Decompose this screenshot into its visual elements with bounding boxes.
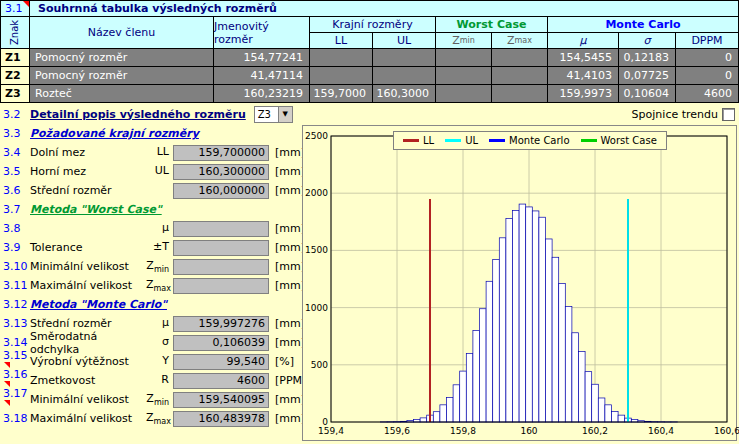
row-number: 3.10 (0, 260, 30, 273)
svg-text:1500: 1500 (305, 245, 328, 255)
row-number: 3.17 (0, 387, 30, 413)
value-field[interactable] (173, 240, 269, 256)
detail-field-row: 3.10 Minimální velikost Zmin [mm] (0, 257, 300, 276)
field-unit: [mm] (269, 260, 305, 273)
row-number: 3.8 (0, 222, 30, 235)
detail-header-row: 3.3 Požadované krajní rozměry (0, 124, 300, 143)
dppm-cell: 0 (676, 67, 739, 85)
field-label: Maximální velikost (30, 412, 146, 425)
value-field[interactable]: 160,300000 (173, 164, 269, 180)
value-field[interactable]: 4600 (173, 373, 269, 389)
col-header-monte-carlo: Monte Carlo (548, 17, 739, 33)
row-number: 3.4 (0, 146, 30, 159)
col-header-nominal: Jmenovitý rozměr (214, 17, 310, 49)
zmax-cell (492, 85, 548, 103)
legend-item-ul: UL (445, 135, 478, 146)
row-number: 3.18 (0, 412, 30, 425)
value-field[interactable]: 159,997276 (173, 316, 269, 332)
field-symbol: Y (146, 354, 173, 369)
field-symbol: Zmin (146, 392, 173, 407)
ul-cell (373, 67, 436, 85)
field-label: Horní mez (30, 165, 146, 178)
svg-text:2000: 2000 (305, 188, 328, 198)
detail-field-row: 3.5 Horní mez UL 160,300000 [mm] (0, 162, 300, 181)
chevron-down-icon[interactable]: ▼ (278, 107, 292, 122)
svg-text:160,2: 160,2 (582, 426, 608, 436)
field-symbol: LL (146, 145, 173, 160)
member-name-cell: Pomocný rozměr (30, 49, 214, 67)
field-label: Směrodatná odchylka (30, 330, 146, 356)
field-unit: [%] (269, 355, 294, 368)
value-field[interactable]: 160,000000 (173, 183, 269, 199)
detail-panel-title: Detailní popis výsledného rozměru (30, 108, 246, 121)
svg-text:2500: 2500 (305, 131, 328, 141)
summary-table-body: Z1 Pomocný rozměr 154,77241 154,5455 0,1… (1, 49, 739, 103)
svg-text:160,6: 160,6 (714, 426, 739, 436)
col-header-mu: μ (548, 33, 619, 49)
trend-checkbox[interactable] (722, 108, 735, 121)
value-field[interactable] (173, 221, 269, 237)
field-symbol: Zmin (146, 259, 173, 274)
field-symbol: σ (146, 335, 173, 350)
col-header-limits: Krajní rozměry (310, 17, 436, 33)
comment-marker (23, 1, 29, 7)
svg-text:1000: 1000 (305, 303, 328, 313)
field-unit: [mm] (269, 336, 305, 349)
value-field[interactable]: 99,540 (173, 354, 269, 370)
col-header-zmin: Zmin (436, 33, 492, 49)
ul-line-swatch (445, 139, 461, 142)
dimension-id-cell: Z1 (1, 49, 30, 67)
field-label: Minimální velikost (30, 260, 146, 273)
value-field[interactable] (173, 259, 269, 275)
trend-checkbox-label: Spojnice trendu (632, 108, 718, 121)
value-field[interactable]: 0,106039 (173, 335, 269, 351)
field-label: Tolerance (30, 241, 146, 254)
detail-field-row: 3.9 Tolerance ±T [mm] (0, 238, 300, 257)
field-label: Minimální velikost (30, 393, 146, 406)
comment-marker (4, 400, 10, 406)
field-unit: [mm] (269, 184, 305, 197)
detail-subsection-title: Metoda "Worst Case" (30, 203, 162, 216)
summary-table-title: Souhrnná tabulka výsledných rozměrů (30, 1, 739, 17)
row-number: 3.14 (0, 336, 30, 349)
detail-header-row: 3.12 Metoda "Monte Carlo" (0, 295, 300, 314)
field-symbol: R (146, 373, 173, 388)
field-unit: [mm] (269, 317, 305, 330)
detail-section-header: 3.2 Detailní popis výsledného rozměru Z3… (0, 104, 300, 124)
svg-text:159,6: 159,6 (384, 426, 410, 436)
detail-field-row: 3.11 Maximální velikost Zmax [mm] (0, 276, 300, 295)
ul-cell: 160,3000 (373, 85, 436, 103)
svg-text:159,8: 159,8 (450, 426, 476, 436)
histogram-plot: 05001000150020002500159,4159,6159,816016… (303, 126, 736, 440)
nominal-size-cell: 154,77241 (214, 49, 310, 67)
zmin-cell (436, 67, 492, 85)
field-symbol: ±T (146, 240, 173, 255)
summary-row: Z3 Rozteč 160,23219 159,7000 160,3000 15… (1, 85, 739, 103)
monte-carlo-swatch (489, 139, 505, 142)
member-name-cell: Pomocný rozměr (30, 67, 214, 85)
field-symbol: μ (146, 316, 173, 331)
ll-cell: 159,7000 (310, 85, 373, 103)
dppm-cell: 4600 (676, 85, 739, 103)
value-field[interactable] (173, 278, 269, 294)
zmin-cell (436, 85, 492, 103)
field-symbol: μ (146, 221, 173, 236)
dimension-selector[interactable]: Z3 ▼ (254, 106, 293, 123)
svg-text:159,4: 159,4 (318, 426, 344, 436)
legend-item-monte-carlo: Monte Carlo (489, 135, 569, 146)
col-header-name: Název členu (30, 17, 214, 49)
ll-cell (310, 67, 373, 85)
row-number: 3.3 (0, 127, 30, 140)
field-unit: [mm] (269, 279, 305, 292)
detail-rows: 3.3 Požadované krajní rozměry 3.4 Dolní … (0, 124, 300, 428)
field-label: Maximální velikost (30, 279, 146, 292)
detail-field-row: 3.8 μ [mm] (0, 219, 300, 238)
value-field[interactable]: 160,483978 (173, 411, 269, 427)
value-field[interactable]: 159,540095 (173, 392, 269, 408)
row-number: 3.11 (0, 279, 30, 292)
trend-line-option: Spojnice trendu (632, 108, 735, 121)
mu-cell: 159,9973 (548, 85, 619, 103)
field-label: Střední rozměr (30, 184, 146, 197)
col-header-ll: LL (310, 33, 373, 49)
value-field[interactable]: 159,700000 (173, 145, 269, 161)
